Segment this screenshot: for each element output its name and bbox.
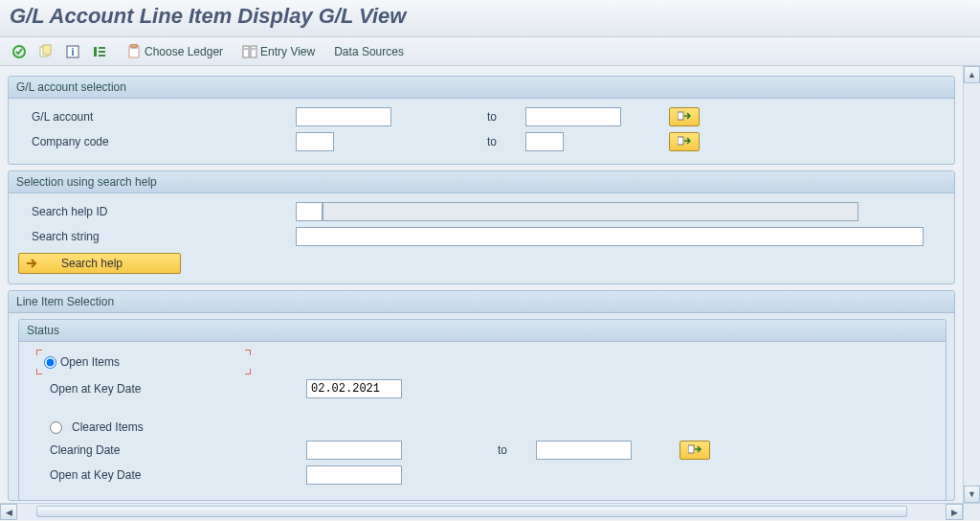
search-help-id-input[interactable] <box>296 202 323 221</box>
scroll-down-button[interactable]: ▼ <box>964 486 980 503</box>
choose-ledger-label: Choose Ledger <box>145 45 223 58</box>
company-code-from-input[interactable] <box>296 132 334 151</box>
scroll-up-button[interactable]: ▲ <box>964 66 980 83</box>
gl-account-multi-button[interactable] <box>669 107 700 126</box>
scroll-thumb[interactable] <box>36 506 907 517</box>
search-help-id-desc <box>323 202 858 221</box>
svg-rect-16 <box>678 137 683 145</box>
scroll-track[interactable] <box>17 504 946 520</box>
execute-button[interactable] <box>8 42 31 61</box>
search-help-id-label: Search help ID <box>18 205 296 218</box>
data-sources-button[interactable]: Data Sources <box>330 43 408 60</box>
svg-rect-2 <box>43 45 51 55</box>
svg-rect-12 <box>251 46 256 57</box>
status-header: Status <box>19 320 946 342</box>
scroll-right-button[interactable]: ▶ <box>946 504 963 520</box>
gl-account-selection-group: G/L account selection G/L account to Com… <box>8 76 955 165</box>
entry-view-label: Entry View <box>260 45 315 58</box>
svg-rect-11 <box>243 46 249 57</box>
multi-select-icon <box>678 136 691 147</box>
variant-button[interactable] <box>34 42 57 61</box>
gl-account-to-input[interactable] <box>525 107 621 126</box>
gl-account-to-label: to <box>468 110 525 124</box>
svg-text:i: i <box>71 46 74 57</box>
gl-account-from-input[interactable] <box>296 107 391 126</box>
focus-corner <box>36 350 42 355</box>
list-button[interactable] <box>88 42 111 61</box>
company-code-multi-button[interactable] <box>669 132 700 151</box>
clearing-date-label: Clearing Date <box>29 443 306 457</box>
scroll-left-button[interactable]: ◀ <box>0 504 17 520</box>
page-title: G/L Account Line Item Display G/L View <box>0 0 980 37</box>
list-icon <box>92 44 107 59</box>
svg-rect-17 <box>688 445 694 453</box>
company-code-label: Company code <box>18 135 296 148</box>
choose-ledger-button[interactable]: Choose Ledger <box>122 42 227 61</box>
cleared-items-radio[interactable] <box>50 421 62 434</box>
scroll-track[interactable] <box>964 83 980 486</box>
toolbar: i Choose Ledger Entry View Data Sources <box>0 37 980 66</box>
data-sources-label: Data Sources <box>334 45 404 58</box>
open-items-radio[interactable] <box>44 356 56 369</box>
svg-rect-10 <box>131 44 137 48</box>
multi-select-icon <box>678 111 691 123</box>
clearing-date-multi-button[interactable] <box>679 441 710 460</box>
execute-icon <box>11 44 27 59</box>
company-code-to-input[interactable] <box>525 132 564 151</box>
vertical-scrollbar[interactable]: ▲ ▼ <box>963 66 980 503</box>
entry-view-icon <box>242 44 257 59</box>
svg-rect-15 <box>678 112 683 120</box>
clipboard-icon <box>126 44 142 59</box>
clearing-date-to-input[interactable] <box>536 441 632 460</box>
search-help-group: Selection using search help Search help … <box>8 170 955 284</box>
cleared-key-date-label: Open at Key Date <box>29 468 306 482</box>
multi-select-icon <box>688 444 702 456</box>
focus-corner <box>245 369 251 374</box>
info-button[interactable]: i <box>61 42 84 61</box>
info-icon: i <box>65 44 80 59</box>
gl-account-label: G/L account <box>18 110 296 124</box>
focus-corner <box>36 369 42 374</box>
open-key-date-label: Open at Key Date <box>29 382 306 396</box>
search-string-label: Search string <box>18 230 296 243</box>
search-help-button-label: Search help <box>61 257 122 270</box>
focus-corner <box>245 350 251 355</box>
gl-account-selection-header: G/L account selection <box>9 77 954 99</box>
variant-icon <box>38 44 54 59</box>
search-help-header: Selection using search help <box>9 171 954 193</box>
arrow-right-icon <box>25 257 38 270</box>
horizontal-scrollbar[interactable]: ◀ ▶ <box>0 503 963 520</box>
svg-rect-5 <box>94 47 97 57</box>
cleared-key-date-input[interactable] <box>306 465 402 485</box>
search-string-input[interactable] <box>296 227 924 246</box>
status-group: Status Open Items Open at Key D <box>18 319 947 501</box>
clearing-date-to-label: to <box>479 443 536 457</box>
clearing-date-from-input[interactable] <box>306 441 402 460</box>
entry-view-button[interactable]: Entry View <box>238 42 319 61</box>
open-key-date-input[interactable] <box>306 379 402 398</box>
search-help-button[interactable]: Search help <box>18 253 181 274</box>
line-item-selection-header: Line Item Selection <box>9 291 954 313</box>
open-items-label: Open Items <box>60 355 120 369</box>
line-item-selection-group: Line Item Selection Status Open Items <box>8 290 955 501</box>
cleared-items-label: Cleared Items <box>72 420 144 434</box>
company-code-to-label: to <box>468 135 525 148</box>
scroll-corner <box>963 503 980 520</box>
